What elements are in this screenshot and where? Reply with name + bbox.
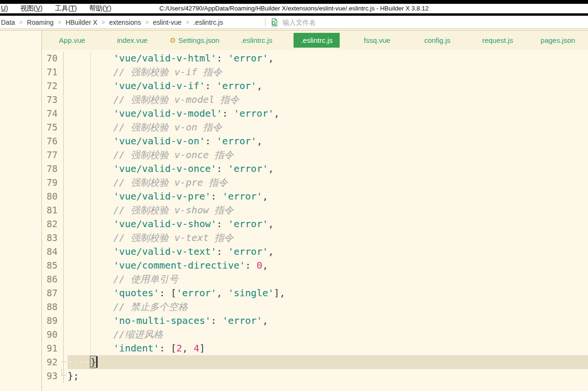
code-line-84[interactable]: 84 'vue/valid-v-text': 'error', <box>42 245 588 259</box>
line-number[interactable]: 75 <box>42 120 63 134</box>
code-line-81[interactable]: 81 // 强制校验 v-show 指令 <box>42 203 588 217</box>
code-line-89[interactable]: 89 'no-multi-spaces': 'error', <box>42 314 588 328</box>
line-number[interactable]: 78 <box>42 162 63 176</box>
tab-eslintrc-js[interactable]: .eslintrc.js <box>226 30 287 50</box>
code-text: 'indent': [2, 4] <box>68 341 588 355</box>
code-line-73[interactable]: 73 // 强制校验 v-model 指令 <box>42 93 588 107</box>
code-editor[interactable]: 70 'vue/valid-v-html': 'error',71 // 强制校… <box>42 50 588 391</box>
window-frame-top <box>0 0 588 4</box>
tab-pages-json[interactable]: pages.json <box>528 30 588 50</box>
line-number[interactable]: 71 <box>42 65 63 79</box>
fold-column <box>63 190 68 203</box>
line-number[interactable]: 70 <box>42 51 63 65</box>
tab-Settings-json[interactable]: ⚙Settings.json <box>162 30 226 50</box>
menu-item-t[interactable]: 工具(T) <box>49 4 83 13</box>
tab-fssq-vue[interactable]: fssq.vue <box>347 30 407 50</box>
code-line-87[interactable]: 87 'quotes': ['error', 'single'], <box>42 286 588 300</box>
code-line-74[interactable]: 74 'vue/valid-v-model': 'error', <box>42 107 588 120</box>
line-number[interactable]: 79 <box>42 176 63 190</box>
fold-column <box>63 272 68 286</box>
fold-column <box>63 328 68 341</box>
code-line-92[interactable]: 92····} <box>42 355 588 369</box>
code-text: 'vue/valid-v-html': 'error', <box>68 51 588 65</box>
fold-column <box>63 314 68 328</box>
fold-column <box>63 51 68 65</box>
code-text: //缩进风格 <box>68 328 588 341</box>
fold-column <box>63 245 68 259</box>
breadcrumb-item[interactable]: extensions <box>108 19 143 26</box>
line-number[interactable]: 83 <box>42 231 63 245</box>
line-number[interactable]: 88 <box>42 300 63 314</box>
line-number[interactable]: 91 <box>42 341 63 355</box>
code-line-82[interactable]: 82 'vue/valid-v-show': 'error', <box>42 217 588 231</box>
line-number[interactable]: 72 <box>42 79 63 93</box>
line-number[interactable]: 74 <box>42 107 63 120</box>
fold-column <box>63 65 68 79</box>
code-text: // 禁止多个空格 <box>68 300 588 314</box>
fold-column <box>63 355 68 369</box>
line-number[interactable]: 93 <box>42 369 63 383</box>
tab-label: pages.json <box>540 36 575 44</box>
code-line-75[interactable]: 75 // 强制校验 v-on 指令 <box>42 120 588 134</box>
breadcrumb-item[interactable]: HBuilder X <box>64 19 99 26</box>
fold-column <box>63 176 68 190</box>
line-number[interactable]: 87 <box>42 286 63 300</box>
fold-guide-mark <box>61 369 66 376</box>
menu-bar: C:/Users/42790/AppData/Roaming/HBuilder … <box>0 4 588 13</box>
code-text: // 使用单引号 <box>68 272 588 286</box>
line-number[interactable]: 73 <box>42 93 63 107</box>
tab-label: Settings.json <box>178 36 219 44</box>
code-line-76[interactable]: 76 'vue/valid-v-on': 'error', <box>42 134 588 148</box>
code-line-70[interactable]: 70 'vue/valid-v-html': 'error', <box>42 51 588 65</box>
code-line-79[interactable]: 79 // 强制校验 v-pre 指令 <box>42 176 588 190</box>
tab-config-js[interactable]: config.js <box>407 30 468 50</box>
code-line-93[interactable]: 93}; <box>42 369 588 383</box>
code-line-91[interactable]: 91 'indent': [2, 4] <box>42 341 588 355</box>
code-text: 'vue/valid-v-text': 'error', <box>68 245 588 259</box>
line-number[interactable]: 82 <box>42 217 63 231</box>
breadcrumb-item[interactable]: Data <box>0 19 17 26</box>
line-number[interactable]: 89 <box>42 314 63 328</box>
menu-item-y[interactable]: 帮助(Y) <box>83 4 118 13</box>
code-line-88[interactable]: 88 // 禁止多个空格 <box>42 300 588 314</box>
breadcrumb-separator: > <box>17 19 25 26</box>
line-number[interactable]: 81 <box>42 203 63 217</box>
file-search-box[interactable] <box>270 18 354 27</box>
fold-column <box>63 369 68 383</box>
tab-request-js[interactable]: request.js <box>468 30 528 50</box>
tab-label: fssq.vue <box>364 36 391 44</box>
breadcrumb-item[interactable]: eslint-vue <box>151 19 184 26</box>
line-number[interactable]: 90 <box>42 328 63 341</box>
fold-column <box>63 217 68 231</box>
fold-column <box>63 286 68 300</box>
line-number[interactable]: 76 <box>42 134 63 148</box>
tab-eslintrc-js-active[interactable]: .eslintrc.js <box>286 30 347 50</box>
code-line-77[interactable]: 77 // 强制校验 v-once 指令 <box>42 148 588 162</box>
code-line-90[interactable]: 90 //缩进风格 <box>42 328 588 341</box>
file-search-input[interactable] <box>283 19 354 26</box>
menu-item-u[interactable]: U) <box>0 4 14 13</box>
fold-column <box>63 162 68 176</box>
fold-column <box>63 93 68 107</box>
line-number[interactable]: 92 <box>42 355 63 369</box>
code-text: 'vue/valid-v-if': 'error', <box>68 79 588 93</box>
code-line-86[interactable]: 86 // 使用单引号 <box>42 272 588 286</box>
line-number[interactable]: 84 <box>42 245 63 259</box>
tab-index-vue[interactable]: index.vue <box>102 30 163 50</box>
line-number[interactable]: 86 <box>42 272 63 286</box>
code-line-72[interactable]: 72 'vue/valid-v-if': 'error', <box>42 79 588 93</box>
code-line-78[interactable]: 78 'vue/valid-v-once': 'error', <box>42 162 588 176</box>
code-line-85[interactable]: 85 'vue/comment-directive': 0, <box>42 259 588 272</box>
code-line-71[interactable]: 71 // 强制校验 v-if 指令 <box>42 65 588 79</box>
code-text: 'quotes': ['error', 'single'], <box>68 286 588 300</box>
code-line-80[interactable]: 80 'vue/valid-v-pre': 'error', <box>42 190 588 203</box>
breadcrumb-bar: Data>Roaming>HBuilder X>extensions>eslin… <box>0 16 588 29</box>
line-number[interactable]: 80 <box>42 190 63 203</box>
tab-App-vue[interactable]: App.vue <box>42 30 102 50</box>
code-line-83[interactable]: 83 // 强制校验 v-text 指令 <box>42 231 588 245</box>
line-number[interactable]: 85 <box>42 259 63 272</box>
line-number[interactable]: 77 <box>42 148 63 162</box>
menu-item-v[interactable]: 视图(V) <box>14 4 49 13</box>
breadcrumb-item[interactable]: Roaming <box>25 19 56 26</box>
breadcrumb-item[interactable]: .eslintrc.js <box>191 19 225 26</box>
